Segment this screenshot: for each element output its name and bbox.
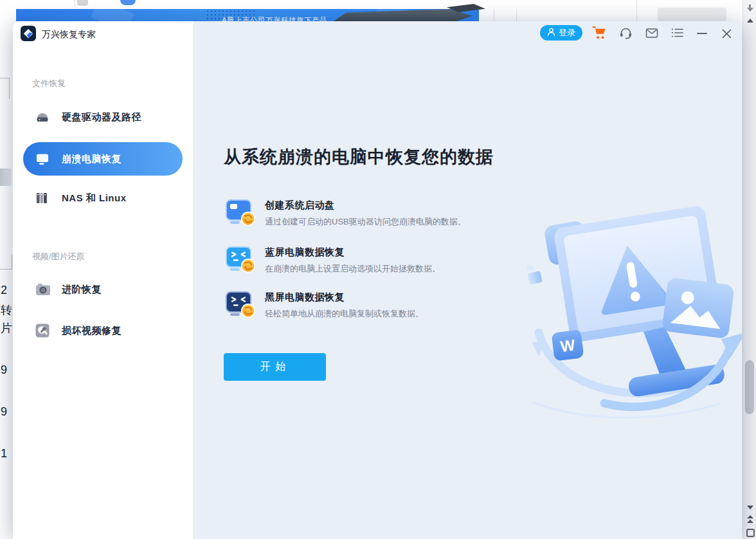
headset-icon[interactable] xyxy=(619,26,633,39)
feature-bootable-media: 创建系统启动盘 通过创建可启动的USB驱动器访问您崩溃电脑的数据。 xyxy=(224,198,466,228)
video-repair-icon xyxy=(35,324,52,338)
user-icon xyxy=(547,28,555,38)
refresh-badge-icon xyxy=(240,303,256,321)
scroll-down-arrow-icon[interactable] xyxy=(747,506,753,509)
scroll-page-icon[interactable] xyxy=(746,529,755,537)
feature-title: 创建系统启动盘 xyxy=(265,199,466,212)
blue-screen-icon xyxy=(224,245,253,275)
sidebar-item-label: NAS 和 Linux xyxy=(62,192,127,205)
feature-title: 黑屏电脑数据恢复 xyxy=(265,291,424,304)
background-divider xyxy=(494,9,494,21)
background-text-fragment: 9 xyxy=(1,405,13,419)
refresh-badge-icon xyxy=(240,211,256,229)
refresh-badge-icon xyxy=(240,258,256,276)
sidebar-item-video-repair[interactable]: 损坏视频修复 xyxy=(23,314,183,347)
background-banner: A股上市公司万兴科技旗下产品 xyxy=(16,9,479,21)
mail-icon[interactable] xyxy=(645,28,658,39)
sidebar-section-video-photo: 视频/图片还原 xyxy=(32,251,85,262)
background-toolbar-fragment xyxy=(658,8,726,21)
background-button-fragment xyxy=(120,0,136,5)
background-tab-fragment xyxy=(77,0,88,6)
sidebar-item-nas-linux[interactable]: NAS 和 Linux xyxy=(23,181,183,215)
feature-description: 通过创建可启动的USB驱动器访问您崩溃电脑的数据。 xyxy=(265,216,466,228)
background-text-fragment: 片 xyxy=(1,320,13,336)
recoverit-logo-icon xyxy=(21,26,36,44)
sidebar-item-enhanced-recovery[interactable]: 进阶恢复 xyxy=(23,273,183,306)
feature-description: 在崩溃的电脑上设置启动选项以开始拯救数据。 xyxy=(265,263,440,275)
background-divider xyxy=(75,0,75,6)
sidebar-item-label: 崩溃电脑恢复 xyxy=(62,153,122,165)
bootable-media-icon xyxy=(224,198,253,228)
main-panel: 登录 xyxy=(193,21,742,539)
background-text-fragment: 2 xyxy=(1,284,13,297)
close-button[interactable] xyxy=(720,27,733,40)
browser-scrollbar[interactable] xyxy=(742,0,756,539)
feature-title: 蓝屏电脑数据恢复 xyxy=(265,246,440,259)
crashed-computer-icon xyxy=(35,153,52,165)
feature-black-screen: 黑屏电脑数据恢复 轻松简单地从崩溃的电脑复制或恢复数据。 xyxy=(224,290,424,320)
feature-blue-screen: 蓝屏电脑数据恢复 在崩溃的电脑上设置启动选项以开始拯救数据。 xyxy=(224,245,440,275)
minimize-button[interactable] xyxy=(696,27,708,40)
sidebar-section-file-recovery: 文件恢复 xyxy=(32,78,66,89)
login-label: 登录 xyxy=(559,27,575,39)
scrollbar-thumb[interactable] xyxy=(745,360,754,414)
background-text-fragment: 1 xyxy=(1,447,13,461)
app-logo-row: 万兴恢复专家 xyxy=(21,26,96,44)
background-box-edge xyxy=(0,78,10,78)
feature-description: 轻松简单地从崩溃的电脑复制或恢复数据。 xyxy=(265,308,424,320)
start-button[interactable]: 开始 xyxy=(224,353,326,381)
svg-text:W: W xyxy=(559,336,576,356)
scroll-top-arrow-icon[interactable] xyxy=(747,515,753,518)
background-divider xyxy=(636,0,637,21)
minimize-icon xyxy=(697,33,707,34)
sidebar: 万兴恢复专家 文件恢复 硬盘驱动器及路径 崩溃电脑恢复 xyxy=(13,21,193,539)
camera-icon xyxy=(35,283,52,296)
background-box-edge xyxy=(12,255,12,270)
shopping-cart-button[interactable] xyxy=(592,26,607,40)
scroll-marker-icon[interactable] xyxy=(747,8,753,12)
sidebar-item-label: 损坏视频修复 xyxy=(62,325,122,337)
sidebar-item-crashed-computer-recovery[interactable]: 崩溃电脑恢复 xyxy=(23,142,183,176)
background-divider xyxy=(516,9,517,21)
sidebar-item-label: 硬盘驱动器及路径 xyxy=(62,111,141,123)
recoverit-window: 万兴恢复专家 文件恢复 硬盘驱动器及路径 崩溃电脑恢复 xyxy=(13,21,742,539)
nas-server-icon xyxy=(35,192,52,204)
banner-text: A股上市公司万兴科技旗下产品 xyxy=(222,15,327,21)
black-screen-icon xyxy=(224,290,253,320)
background-box-edge xyxy=(0,269,12,270)
app-title: 万兴恢复专家 xyxy=(42,29,96,41)
background-text-fragment: 转 xyxy=(1,302,13,318)
scroll-up-arrow-icon[interactable] xyxy=(747,19,753,23)
sidebar-item-drives-and-paths[interactable]: 硬盘驱动器及路径 xyxy=(23,100,183,134)
login-button[interactable]: 登录 xyxy=(540,25,582,41)
background-text-fragment: 9 xyxy=(1,363,13,377)
scroll-top-arrow-icon[interactable] xyxy=(747,520,753,523)
crashed-computer-illustration: W xyxy=(527,190,742,430)
background-strip xyxy=(0,169,12,186)
list-menu-icon[interactable] xyxy=(671,28,683,38)
sidebar-item-label: 进阶恢复 xyxy=(62,284,102,296)
hard-drive-icon xyxy=(35,111,52,123)
background-box-edge xyxy=(9,78,10,99)
banner-sheen xyxy=(91,9,134,21)
page-title: 从系统崩溃的电脑中恢复您的数据 xyxy=(224,145,494,169)
